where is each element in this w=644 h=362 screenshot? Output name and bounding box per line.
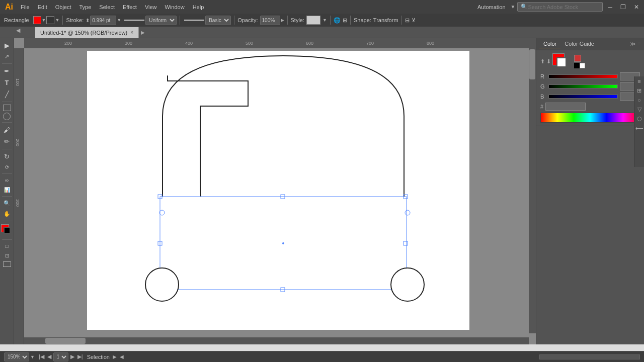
menu-file[interactable]: File [17, 3, 33, 12]
minimize-button[interactable]: ─ [605, 3, 615, 11]
fill-chevron[interactable]: ▼ [42, 18, 46, 23]
stroke-swatch[interactable] [46, 16, 54, 24]
fill-swatch[interactable] [33, 16, 41, 24]
style-chevron[interactable]: ▼ [323, 18, 327, 23]
tab-close[interactable]: × [130, 30, 133, 35]
stroke-style-select[interactable]: Basic [205, 16, 231, 25]
lt-sep4 [2, 149, 12, 149]
direct-select-tool[interactable]: ↗ [1, 52, 13, 61]
hex-input[interactable] [545, 103, 586, 111]
menu-select[interactable]: Select [96, 3, 118, 12]
panel-expand-icon[interactable]: ≡ [638, 41, 641, 47]
ellipse-tool[interactable] [3, 113, 11, 120]
panel-icon-6[interactable]: ⟵ [635, 125, 643, 132]
menu-help[interactable]: Help [189, 3, 208, 12]
menu-window[interactable]: Window [162, 3, 188, 12]
stroke-line [124, 20, 144, 21]
search-stock[interactable]: 🔍 [517, 2, 603, 12]
tab-color[interactable]: Color [539, 40, 560, 48]
restore-button[interactable]: ❐ [617, 3, 629, 11]
black-swatch[interactable] [574, 63, 580, 68]
pencil-tool[interactable]: ✏ [1, 136, 13, 147]
scale-tool[interactable]: ⟳ [1, 163, 13, 171]
r-slider[interactable] [548, 74, 618, 78]
menu-type[interactable]: Type [76, 3, 95, 12]
transform-label[interactable]: Transform [373, 17, 398, 23]
down-icon[interactable]: ⬇ [546, 58, 551, 65]
nav-prev[interactable]: ◀ [46, 353, 52, 360]
line-tool[interactable]: ╱ [1, 89, 13, 100]
zoom-tool[interactable]: 🔍 [1, 199, 13, 208]
stroke-large-swatch[interactable] [556, 57, 567, 67]
horizontal-scrollbar[interactable] [24, 337, 529, 344]
panel-menu-icon[interactable]: ≫ [630, 41, 636, 47]
left-circle[interactable] [145, 268, 179, 301]
white-swatch[interactable] [580, 63, 585, 68]
v-scroll-thumb[interactable] [529, 49, 535, 79]
zoom-chevron[interactable]: ▼ [30, 354, 35, 359]
lt-sep8 [2, 239, 12, 240]
close-button[interactable]: ✕ [631, 3, 642, 11]
menu-effect[interactable]: Effect [119, 3, 140, 12]
mode-red-swatch[interactable] [574, 55, 581, 62]
nav-first[interactable]: |◀ [38, 353, 45, 360]
brush-tool[interactable]: 🖌 [1, 125, 13, 135]
vertical-scrollbar[interactable] [529, 48, 536, 333]
stroke-value-chevron[interactable]: ▼ [117, 18, 121, 23]
stroke-color[interactable] [4, 227, 11, 234]
text-tool[interactable]: T [1, 77, 13, 88]
artboard-tool[interactable] [3, 261, 11, 267]
b-slider[interactable] [548, 95, 618, 99]
stroke-label: Stroke: [66, 17, 84, 23]
left-toolbar: ▶ ↗ ✒ T ╱ 🖌 ✏ ↻ ⟳ ∞ 📊 🔍 ✋ □ ⊡ [0, 38, 14, 344]
nav-next[interactable]: ▶ [69, 353, 75, 360]
stroke-input[interactable] [90, 16, 116, 25]
panel-icon-3[interactable]: ○ [637, 97, 641, 103]
search-input[interactable] [528, 4, 598, 10]
rect-tool[interactable] [3, 105, 11, 111]
panel-icon-2[interactable]: ⊞ [637, 87, 641, 94]
automation-chevron[interactable]: ▼ [511, 4, 516, 10]
tab-color-guide[interactable]: Color Guide [560, 40, 598, 48]
g-slider[interactable] [548, 84, 618, 88]
opacity-input[interactable] [260, 16, 280, 25]
align-icon[interactable]: ⊟ [405, 17, 410, 24]
artboard-select[interactable]: 1 [53, 352, 68, 361]
panel-header: Color Color Guide ≫ ≡ [536, 38, 644, 50]
automation-menu[interactable]: Automation [474, 4, 509, 10]
h-scroll-thumb[interactable] [45, 338, 86, 344]
grid-icon[interactable]: ⊞ [343, 17, 347, 24]
stroke-chevron[interactable]: ▼ [55, 18, 59, 23]
pen-tool[interactable]: ✒ [1, 66, 13, 76]
select-tool[interactable]: ▶ [1, 40, 13, 51]
panel-toggle-left[interactable]: ◀ [14, 27, 22, 34]
status-left-arrow[interactable]: ◀ [120, 354, 124, 359]
panel-icon-4[interactable]: ▽ [637, 106, 641, 113]
zoom-select[interactable]: 150% [4, 352, 29, 361]
graph-tool[interactable]: 📊 [1, 186, 13, 194]
right-circle[interactable] [391, 268, 424, 301]
up-icon[interactable]: ⬆ [540, 58, 545, 65]
globe-icon[interactable]: 🌐 [334, 17, 341, 24]
rotate-tool[interactable]: ↻ [1, 151, 13, 162]
spectrum-bar[interactable] [540, 113, 640, 123]
lt-sep1 [2, 63, 12, 64]
blend-tool[interactable]: ∞ [1, 176, 13, 185]
more-icon[interactable]: ⊻ [412, 17, 416, 24]
menu-edit[interactable]: Edit [34, 3, 51, 12]
document-tab[interactable]: Untitled-1* @ 150% (RGB/Preview) × [35, 27, 139, 38]
menu-view[interactable]: View [141, 3, 160, 12]
status-arrow[interactable]: ▶ [113, 354, 117, 359]
style-preview[interactable] [306, 16, 320, 25]
stroke-type-select[interactable]: Uniform [145, 16, 177, 25]
stroke-up-down[interactable]: ⬍ [86, 18, 90, 23]
hand-tool[interactable]: ✋ [1, 209, 13, 219]
menu-object[interactable]: Object [52, 3, 75, 12]
panel-icon-1[interactable]: ≡ [637, 78, 640, 84]
opacity-chevron[interactable]: ▶ [281, 18, 284, 23]
tab-scroll-right[interactable]: ▶ [139, 30, 147, 35]
panel-icon-5[interactable]: ⬡ [637, 116, 642, 122]
screen-mode[interactable]: ⊡ [1, 251, 13, 260]
normal-mode[interactable]: □ [1, 242, 13, 250]
nav-last[interactable]: ▶| [76, 353, 84, 360]
